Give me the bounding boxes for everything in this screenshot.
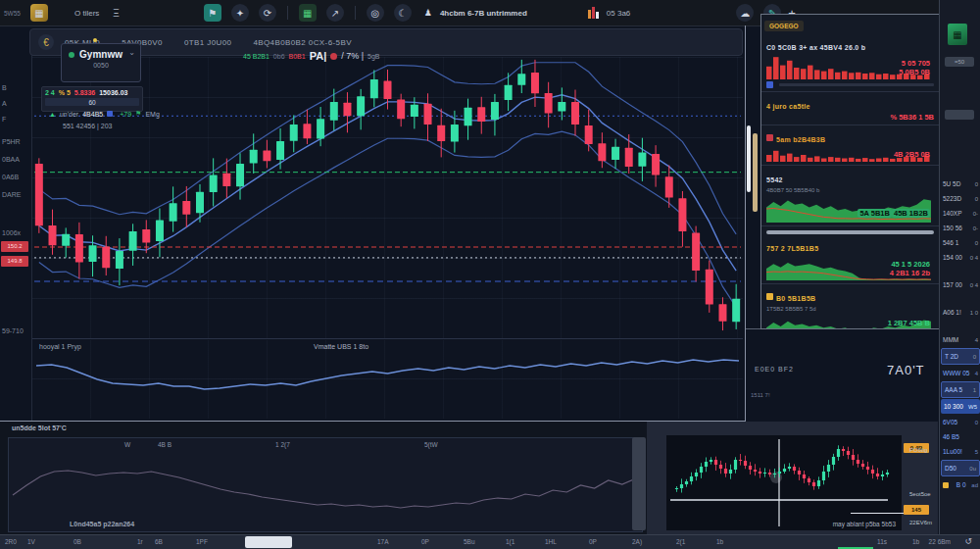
ladder-row[interactable]: 46 B5 bbox=[940, 429, 980, 444]
ladder-row[interactable]: AAA 51 bbox=[941, 381, 980, 398]
toolbar-separator bbox=[287, 6, 288, 20]
candle-body bbox=[370, 79, 378, 98]
mini-body bbox=[871, 470, 874, 474]
ladder-row[interactable]: A06 1!1 0 bbox=[940, 305, 980, 320]
scrollbar-thumb[interactable] bbox=[245, 536, 292, 548]
blue-square-icon[interactable] bbox=[107, 111, 113, 117]
candle-body bbox=[517, 74, 525, 85]
ladder-row[interactable]: 10 300W5 bbox=[941, 399, 980, 414]
ladder-button-2[interactable] bbox=[945, 110, 974, 120]
history-icon[interactable]: ↺ bbox=[964, 536, 972, 546]
card-slider-bar[interactable] bbox=[766, 230, 934, 234]
ladder-label: 150 56 bbox=[943, 225, 962, 231]
timeline-tick: 1HL bbox=[545, 538, 557, 545]
indicator-legend-1[interactable]: ▲ un'der 4B4B5 +79 ⚑ EMg bbox=[49, 110, 160, 118]
card-values: 5A 5B1B45B 1B2B bbox=[858, 202, 930, 220]
candle-body bbox=[357, 96, 365, 116]
ladder-row[interactable]: WWW 054 bbox=[940, 366, 980, 380]
moon-icon[interactable]: ☾ bbox=[394, 4, 412, 22]
session-code-label: 7A0'T bbox=[887, 363, 925, 377]
spark-bar bbox=[801, 69, 807, 79]
ladder-row[interactable]: B 0ad bbox=[940, 477, 980, 492]
watchlist-card[interactable]: 55424B0B7 50 5B5B40 b5A 5B1B45B 1B2B bbox=[761, 166, 939, 226]
ladder-row[interactable]: MMM4 bbox=[940, 332, 980, 347]
bottom-line-chart[interactable]: W4B B1 2(75(tWL0nd45a5 p22an264 bbox=[8, 437, 643, 532]
time-tick: W bbox=[124, 441, 130, 448]
indicator-legend-2[interactable]: 551 42456 | 203 bbox=[63, 123, 112, 129]
candle-body bbox=[210, 175, 218, 192]
ladder-button-1[interactable]: =50 bbox=[945, 57, 974, 67]
trend-arrow-icon[interactable]: ↗ bbox=[326, 4, 344, 22]
watchlist-card[interactable]: 5am b2B4B3B4B 2B5 0B bbox=[761, 125, 939, 166]
left-price-axis[interactable] bbox=[0, 55, 32, 422]
symbol-selector[interactable]: Gymnww 0050 ⌄ bbox=[61, 43, 141, 82]
flag-icon[interactable]: ⚑ bbox=[204, 4, 221, 22]
watchlist-tab[interactable]: GOGEGO bbox=[764, 21, 804, 31]
panel-resize-handle[interactable] bbox=[632, 437, 646, 530]
quote-value: 5.8336 bbox=[74, 89, 95, 96]
menu-item-2[interactable]: 0TB1 J0U00 bbox=[184, 38, 231, 47]
candle-body bbox=[424, 104, 432, 125]
ladder-row[interactable]: 1Lu00!5 bbox=[940, 444, 980, 459]
candle-body bbox=[585, 125, 593, 144]
app-logo-icon[interactable]: ▦ bbox=[30, 4, 48, 22]
footer-bar bbox=[779, 83, 934, 86]
blue-badge-icon[interactable] bbox=[766, 81, 773, 88]
candle-body bbox=[505, 85, 513, 100]
globe-icon[interactable]: ◎ bbox=[367, 4, 384, 22]
bird-icon[interactable]: ✦ bbox=[231, 4, 249, 22]
ladder-row[interactable]: T 2D0 bbox=[941, 348, 980, 365]
ladder-row[interactable]: 150 560- bbox=[940, 221, 980, 235]
oscillator-pane[interactable] bbox=[32, 340, 743, 419]
watchlist-card[interactable]: B0 5B1B5B1T5B2 5B5B5 7 5d1 2B7 45B B4 5B… bbox=[761, 284, 939, 329]
ladder-row[interactable]: D500u bbox=[941, 460, 980, 476]
ladder-row[interactable]: 140XP0- bbox=[940, 206, 980, 221]
mini-candle-chart[interactable]: may ablant p5ba 5b53 bbox=[666, 435, 902, 530]
candle-body bbox=[250, 150, 258, 164]
ladder-row[interactable]: 157 000 4 bbox=[940, 277, 980, 292]
broker-logo-icon[interactable]: € bbox=[38, 34, 54, 50]
watchlist-card[interactable]: 4 juro ca5tle% 5B36 1 5B bbox=[761, 92, 939, 125]
timeline-tick: 2R0 bbox=[5, 538, 17, 545]
candle-body bbox=[343, 103, 351, 117]
sidebar-scrollbar[interactable] bbox=[747, 125, 751, 192]
buy-tile-icon[interactable]: ▦ bbox=[948, 24, 967, 45]
toolbar-left-text: 5W55 bbox=[4, 10, 21, 17]
chevron-down-icon[interactable]: ⌄ bbox=[128, 48, 135, 57]
candle-body bbox=[142, 229, 150, 243]
timeline-tick: 1V bbox=[27, 538, 35, 545]
indicator-change: +79 bbox=[120, 111, 131, 118]
volume-progress-label: 60 bbox=[88, 99, 95, 106]
user-pin-icon[interactable]: ♟ bbox=[424, 8, 432, 18]
axis-price-tag: 149.8 bbox=[1, 256, 28, 267]
ladder-row[interactable]: 5223D0 bbox=[940, 191, 980, 206]
ladder-row[interactable]: 5U 5D0 bbox=[940, 176, 980, 191]
mini-chart-panel: may ablant p5ba 5b53 0 4B145PO6tig5eot5o… bbox=[647, 422, 938, 534]
pane-divider[interactable] bbox=[32, 338, 743, 339]
watchlist-card[interactable]: C0 5C0B 3+ ax 45BV4 26.0 b5 05 7055 0B5 … bbox=[761, 33, 939, 92]
ladder-row[interactable]: 6V050 bbox=[940, 415, 980, 429]
ladder-row[interactable]: 154 000 4 bbox=[940, 250, 980, 265]
spark-bar bbox=[842, 159, 848, 163]
watchlist-card[interactable]: 757 2 7L5B1B545 1 5 20264 2B1 16 2b bbox=[761, 226, 939, 284]
menu-icon[interactable]: Ξ bbox=[113, 8, 120, 19]
spark-bar bbox=[890, 75, 896, 79]
spark-bar bbox=[787, 61, 793, 79]
menu-item-3[interactable]: 4BQ4B0B0B2 0CX-6-5BV bbox=[253, 38, 352, 47]
spark-bar bbox=[883, 158, 889, 162]
chart-icon[interactable]: ▦ bbox=[299, 4, 317, 22]
candle-body bbox=[665, 176, 673, 197]
spark-bar bbox=[842, 72, 848, 79]
sidebar-scrollbar-secondary[interactable] bbox=[753, 133, 758, 212]
ohlc-high: 0b6 bbox=[273, 53, 285, 60]
ladder-value: 0u bbox=[969, 466, 976, 472]
axis-price-label: DARE bbox=[2, 191, 21, 198]
candles-icon[interactable] bbox=[588, 7, 599, 19]
timeline-tick: 5Bu bbox=[464, 538, 475, 545]
mini-body bbox=[763, 473, 766, 474]
card-title-row: B0 5B1B5B bbox=[766, 287, 934, 305]
cloud-icon[interactable]: ☁ bbox=[736, 4, 754, 22]
ladder-row[interactable]: 546 10 bbox=[940, 235, 980, 250]
refresh-icon[interactable]: ⟳ bbox=[259, 4, 276, 22]
mini-body bbox=[685, 481, 688, 484]
